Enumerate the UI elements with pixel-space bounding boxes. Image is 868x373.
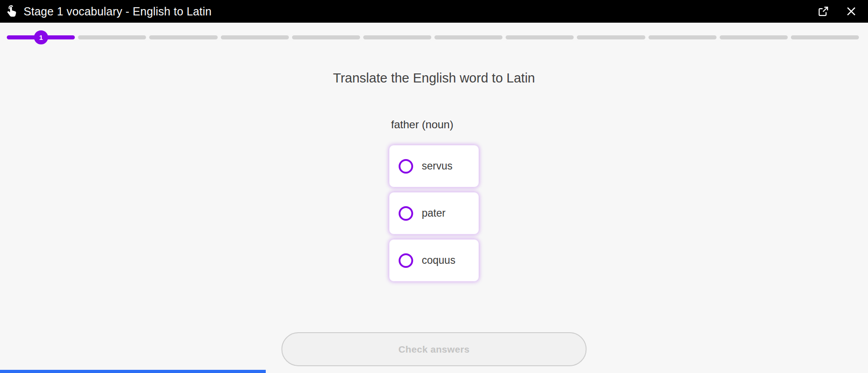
answer-options: servus pater coquus — [389, 145, 479, 286]
activity-title: Stage 1 vocabulary - English to Latin — [24, 5, 212, 18]
progress-segment-7 — [434, 35, 502, 39]
question-prompt: father (noun) — [391, 118, 453, 131]
close-icon[interactable] — [844, 5, 858, 18]
check-answers-button[interactable]: Check answers — [282, 332, 587, 366]
title-bar: Stage 1 vocabulary - English to Latin — [0, 0, 868, 23]
open-in-new-window-icon[interactable] — [816, 5, 830, 18]
answer-option-label: coquus — [422, 254, 455, 266]
progress-segment-8 — [506, 35, 574, 39]
tap-hand-icon — [5, 5, 19, 18]
progress-segment-4 — [221, 35, 289, 39]
progress-current-badge: 1 — [34, 30, 48, 44]
progress-segment-6 — [363, 35, 431, 39]
radio-icon[interactable] — [399, 253, 413, 268]
quiz-app: Stage 1 vocabulary - English to Latin 1 … — [0, 0, 868, 373]
bottom-loading-bar — [0, 370, 266, 373]
answer-option-coquus[interactable]: coquus — [389, 239, 479, 281]
progress-segment-10 — [649, 35, 717, 39]
progress-segment-9 — [577, 35, 645, 39]
progress-segment-11 — [720, 35, 788, 39]
progress-segment-3 — [149, 35, 217, 39]
radio-icon[interactable] — [399, 206, 413, 221]
radio-icon[interactable] — [399, 159, 413, 174]
progress-segment-2 — [78, 35, 146, 39]
question-instruction: Translate the English word to Latin — [0, 71, 868, 86]
answer-option-servus[interactable]: servus — [389, 145, 479, 187]
answer-option-label: pater — [422, 207, 445, 219]
progress-segment-5 — [292, 35, 360, 39]
progress-segment-12 — [791, 35, 859, 39]
answer-option-pater[interactable]: pater — [389, 192, 479, 234]
answer-option-label: servus — [422, 160, 453, 172]
progress-track — [7, 35, 859, 39]
